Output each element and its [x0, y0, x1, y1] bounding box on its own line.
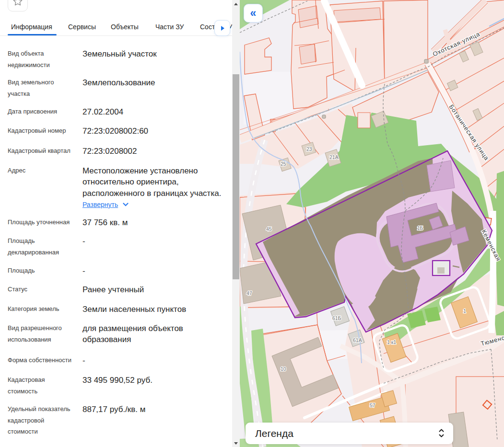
svg-text:1: 1 [463, 308, 466, 314]
svg-text:21А: 21А [329, 154, 339, 160]
svg-text:61А: 61А [353, 337, 362, 343]
svg-text:61Б: 61Б [332, 315, 341, 321]
svg-text:57: 57 [370, 402, 375, 408]
svg-text:1 к1: 1 к1 [387, 339, 396, 345]
svg-text:47: 47 [246, 290, 252, 296]
svg-text:23: 23 [306, 146, 312, 152]
svg-text:45: 45 [266, 226, 272, 232]
svg-text:10: 10 [281, 366, 286, 372]
svg-text:1Б: 1Б [417, 225, 423, 231]
svg-text:25: 25 [281, 161, 286, 167]
